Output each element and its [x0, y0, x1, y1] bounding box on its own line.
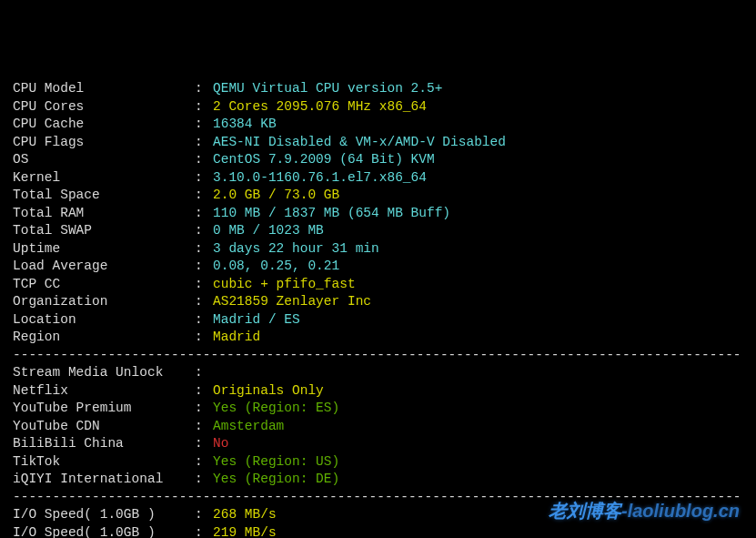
info-row: TikTok: Yes (Region: US): [13, 453, 743, 472]
stream-label: YouTube Premium: [13, 400, 195, 418]
system-value: AS21859 Zenlayer Inc: [213, 293, 371, 311]
system-value: AES-NI Disabled & VM-x/AMD-V Disabled: [213, 134, 506, 152]
colon: :: [195, 151, 213, 169]
system-value: 2 Cores 2095.076 MHz x86_64: [213, 98, 427, 117]
colon: :: [195, 382, 213, 401]
info-row: Total RAM: 110 MB / 1837 MB (654 MB Buff…: [13, 205, 743, 223]
info-row: CPU Model: QEMU Virtual CPU version 2.5+: [13, 80, 743, 98]
colon: :: [195, 80, 213, 98]
colon: :: [195, 435, 213, 453]
colon: :: [195, 258, 213, 276]
system-label: Region: [13, 329, 195, 347]
colon: :: [195, 98, 213, 117]
system-label: Total RAM: [13, 205, 195, 223]
info-row: Region: Madrid: [13, 329, 743, 347]
info-row: Total Space: 2.0 GB / 73.0 GB: [13, 187, 743, 205]
info-row: Organization: AS21859 Zenlayer Inc: [13, 293, 743, 311]
info-row: Location: Madrid / ES: [13, 311, 743, 330]
info-row: CPU Cache: 16384 KB: [13, 116, 743, 134]
stream-value: No: [213, 435, 228, 453]
divider: ----------------------------------------…: [13, 347, 743, 365]
colon: :: [195, 471, 213, 489]
stream-value: Originals Only: [213, 382, 324, 401]
system-label: TCP CC: [13, 276, 195, 294]
system-label: CPU Flags: [13, 134, 195, 152]
colon: :: [195, 506, 213, 524]
colon: :: [195, 276, 213, 294]
colon: :: [195, 240, 213, 259]
colon: :: [195, 187, 213, 205]
info-row: I/O Speed( 1.0GB ): 268 MB/s: [13, 506, 743, 524]
divider: ----------------------------------------…: [13, 489, 743, 507]
io-value: 268 MB/s: [213, 506, 277, 524]
stream-label: YouTube CDN: [13, 418, 195, 436]
stream-value: Yes (Region: ES): [213, 400, 339, 418]
system-value: QEMU Virtual CPU version 2.5+: [213, 80, 442, 98]
system-label: Load Average: [13, 258, 195, 276]
system-label: Kernel: [13, 169, 195, 188]
colon: :: [195, 205, 213, 223]
colon: :: [195, 364, 213, 382]
stream-value: Yes (Region: DE): [213, 471, 339, 489]
colon: :: [195, 116, 213, 134]
system-value: cubic + pfifo_fast: [213, 276, 356, 294]
system-label: OS: [13, 151, 195, 169]
info-row: Uptime: 3 days 22 hour 31 min: [13, 240, 743, 259]
info-row: TCP CC: cubic + pfifo_fast: [13, 276, 743, 294]
io-label: I/O Speed( 1.0GB ): [13, 524, 195, 539]
colon: :: [195, 524, 213, 539]
colon: :: [195, 222, 213, 240]
stream-value: Amsterdam: [213, 418, 284, 436]
colon: :: [195, 453, 213, 472]
stream-header: Stream Media Unlock: [13, 364, 195, 382]
system-label: Organization: [13, 293, 195, 311]
info-row: YouTube CDN: Amsterdam: [13, 418, 743, 436]
info-row: BiliBili China: No: [13, 435, 743, 453]
colon: :: [195, 400, 213, 418]
colon: :: [195, 169, 213, 188]
info-row: Kernel: 3.10.0-1160.76.1.el7.x86_64: [13, 169, 743, 188]
system-value: 16384 KB: [213, 116, 277, 134]
colon: :: [195, 329, 213, 347]
stream-value: Yes (Region: US): [213, 453, 339, 472]
info-row: Netflix: Originals Only: [13, 382, 743, 401]
io-label: I/O Speed( 1.0GB ): [13, 506, 195, 524]
stream-label: TikTok: [13, 453, 195, 472]
colon: :: [195, 293, 213, 311]
system-label: Total SWAP: [13, 222, 195, 240]
info-row: CPU Cores: 2 Cores 2095.076 MHz x86_64: [13, 98, 743, 117]
system-label: Location: [13, 311, 195, 330]
system-value: Madrid: [213, 329, 260, 347]
info-row: OS: CentOS 7.9.2009 (64 Bit) KVM: [13, 151, 743, 169]
stream-label: Netflix: [13, 382, 195, 401]
system-label: CPU Cache: [13, 116, 195, 134]
system-label: Total Space: [13, 187, 195, 205]
stream-label: iQIYI International: [13, 471, 195, 489]
info-row: CPU Flags: AES-NI Disabled & VM-x/AMD-V …: [13, 134, 743, 152]
system-value: 2.0 GB / 73.0 GB: [213, 187, 339, 205]
info-row: iQIYI International: Yes (Region: DE): [13, 471, 743, 489]
system-label: CPU Cores: [13, 98, 195, 117]
io-value: 219 MB/s: [213, 524, 277, 539]
system-value: 0 MB / 1023 MB: [213, 222, 324, 240]
terminal-output: CPU Model: QEMU Virtual CPU version 2.5+…: [13, 80, 743, 538]
system-value: CentOS 7.9.2009 (64 Bit) KVM: [213, 151, 435, 169]
system-value: 3.10.0-1160.76.1.el7.x86_64: [213, 169, 427, 188]
system-value: Madrid / ES: [213, 311, 300, 330]
info-row: Total SWAP: 0 MB / 1023 MB: [13, 222, 743, 240]
system-value: 110 MB / 1837 MB (654 MB Buff): [213, 205, 450, 223]
colon: :: [195, 418, 213, 436]
system-label: Uptime: [13, 240, 195, 259]
info-row: Stream Media Unlock:: [13, 364, 743, 382]
info-row: YouTube Premium: Yes (Region: ES): [13, 400, 743, 418]
colon: :: [195, 311, 213, 330]
colon: :: [195, 134, 213, 152]
info-row: Load Average: 0.08, 0.25, 0.21: [13, 258, 743, 276]
info-row: I/O Speed( 1.0GB ): 219 MB/s: [13, 524, 743, 539]
system-value: 0.08, 0.25, 0.21: [213, 258, 339, 276]
stream-label: BiliBili China: [13, 435, 195, 453]
system-value: 3 days 22 hour 31 min: [213, 240, 379, 259]
system-label: CPU Model: [13, 80, 195, 98]
